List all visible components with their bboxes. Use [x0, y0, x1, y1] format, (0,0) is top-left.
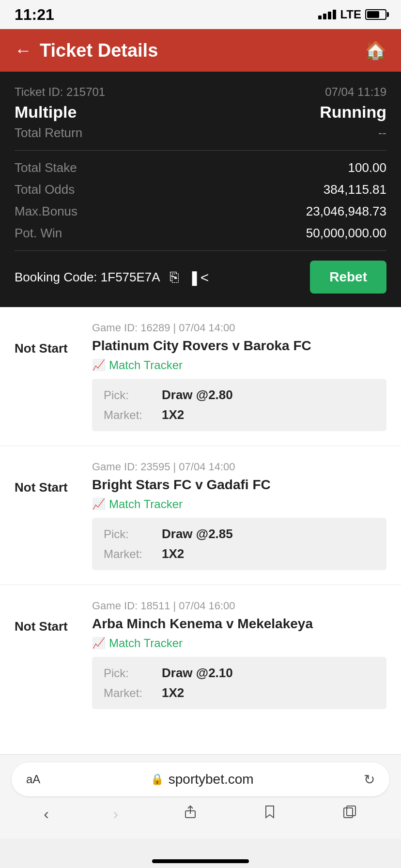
market-value-3: 1X2 [162, 685, 184, 700]
tracker-icon-1: 📈 [92, 359, 105, 372]
match-status-col: Not Start [15, 461, 92, 570]
copy-icon[interactable]: ⎘ [170, 269, 179, 285]
pick-row-2: Pick: Draw @2.85 [104, 527, 375, 542]
tracker-label-2: Match Tracker [109, 497, 183, 511]
url-text[interactable]: sportybet.com [169, 772, 254, 787]
font-size-control[interactable]: aA [26, 773, 40, 786]
match-tracker-link-2[interactable]: 📈 Match Tracker [92, 497, 386, 511]
home-indicator [152, 859, 249, 863]
pick-label-3: Pick: [104, 666, 162, 680]
ticket-id: Ticket ID: 215701 [15, 85, 105, 99]
back-button[interactable]: ← [15, 40, 32, 61]
max-bonus-row: Max.Bonus 23,046,948.73 [15, 204, 386, 219]
match-status-col: Not Start [15, 600, 92, 709]
match-teams-2: Bright Stars FC v Gadafi FC [92, 477, 386, 493]
signal-bars-icon [318, 10, 336, 19]
total-stake-label: Total Stake [15, 160, 77, 175]
market-row-2: Market: 1X2 [104, 546, 375, 561]
max-bonus-value: 23,046,948.73 [306, 204, 386, 219]
match-tracker-link-1[interactable]: 📈 Match Tracker [92, 358, 386, 372]
status-bar: 11:21 LTE [0, 0, 401, 29]
pick-box-1: Pick: Draw @2.80 Market: 1X2 [92, 379, 386, 431]
bookmarks-nav-icon[interactable] [262, 804, 278, 823]
ticket-date: 07/04 11:19 [325, 85, 386, 99]
pick-row-1: Pick: Draw @2.80 [104, 388, 375, 403]
match-game-id-3: Game ID: 18511 | 07/04 16:00 [92, 600, 386, 612]
pick-value-2: Draw @2.85 [162, 527, 233, 542]
pick-label-1: Pick: [104, 388, 162, 402]
market-value-2: 1X2 [162, 546, 184, 561]
ticket-type-row: Multiple Running [15, 103, 386, 122]
match-status-1: Not Start [15, 341, 68, 356]
pot-win-value: 50,000,000.00 [306, 226, 386, 241]
rebet-button[interactable]: Rebet [310, 261, 386, 294]
header-left: ← Ticket Details [15, 40, 158, 61]
url-bar: aA 🔒 sportybet.com ↻ [12, 762, 389, 796]
market-value-1: 1X2 [162, 407, 184, 422]
ticket-id-row: Ticket ID: 215701 07/04 11:19 [15, 85, 386, 99]
market-label-1: Market: [104, 408, 162, 422]
market-label-2: Market: [104, 547, 162, 561]
total-return-row: Total Return -- [15, 125, 386, 140]
match-status-col: Not Start [15, 322, 92, 431]
pick-box-3: Pick: Draw @2.10 Market: 1X2 [92, 657, 386, 709]
match-info-col-2: Game ID: 23595 | 07/04 14:00 Bright Star… [92, 461, 386, 570]
total-stake-row: Total Stake 100.00 [15, 160, 386, 175]
pick-label-2: Pick: [104, 527, 162, 541]
divider-2 [15, 250, 386, 251]
match-teams-text-1: Platinum City Rovers v Baroka FC [92, 338, 311, 353]
share-icon[interactable]: ❚< [188, 269, 209, 286]
pick-box-2: Pick: Draw @2.85 Market: 1X2 [92, 518, 386, 570]
total-return-label: Total Return [15, 125, 82, 140]
matches-container: Not Start Game ID: 16289 | 07/04 14:00 P… [0, 307, 401, 806]
match-teams-text-2: Bright Stars FC v Gadafi FC [92, 477, 271, 492]
browser-bar: aA 🔒 sportybet.com ↻ ‹ › [0, 754, 401, 839]
ticket-type: Multiple [15, 103, 77, 122]
market-row-3: Market: 1X2 [104, 685, 375, 700]
divider-1 [15, 150, 386, 151]
total-odds-row: Total Odds 384,115.81 [15, 182, 386, 197]
status-icons: LTE [318, 8, 386, 21]
booking-code: Booking Code: 1F575E7A [15, 270, 160, 285]
status-time: 11:21 [15, 6, 54, 24]
tracker-label-1: Match Tracker [109, 358, 183, 372]
booking-row: Booking Code: 1F575E7A ⎘ ❚< Rebet [15, 261, 386, 294]
header: ← Ticket Details 🏠 [0, 29, 401, 72]
home-icon[interactable]: 🏠 [365, 40, 386, 61]
market-row-1: Market: 1X2 [104, 407, 375, 422]
pick-value-1: Draw @2.80 [162, 388, 233, 403]
forward-nav-icon[interactable]: › [113, 805, 118, 823]
match-item: Not Start Game ID: 16289 | 07/04 14:00 P… [0, 307, 401, 446]
match-game-id-2: Game ID: 23595 | 07/04 14:00 [92, 461, 386, 473]
market-label-3: Market: [104, 686, 162, 700]
total-odds-label: Total Odds [15, 182, 75, 197]
ticket-status: Running [320, 103, 386, 122]
lte-label: LTE [340, 8, 361, 21]
battery-icon [365, 9, 386, 20]
match-teams-text-3: Arba Minch Kenema v Mekelakeya [92, 616, 313, 631]
match-tracker-link-3[interactable]: 📈 Match Tracker [92, 636, 386, 650]
match-status-3: Not Start [15, 619, 68, 634]
back-nav-icon[interactable]: ‹ [44, 805, 49, 823]
match-info-col-1: Game ID: 16289 | 07/04 14:00 Platinum Ci… [92, 322, 386, 431]
lock-icon: 🔒 [151, 773, 164, 786]
match-info-col-3: Game ID: 18511 | 07/04 16:00 Arba Minch … [92, 600, 386, 709]
tracker-label-3: Match Tracker [109, 636, 183, 650]
match-teams-1: Platinum City Rovers v Baroka FC [92, 338, 386, 354]
match-item: Not Start Game ID: 23595 | 07/04 14:00 B… [0, 446, 401, 585]
share-nav-icon[interactable] [183, 804, 198, 823]
page-title: Ticket Details [40, 40, 158, 61]
pick-row-3: Pick: Draw @2.10 [104, 666, 375, 681]
match-game-id-1: Game ID: 16289 | 07/04 14:00 [92, 322, 386, 334]
refresh-icon[interactable]: ↻ [364, 772, 375, 788]
total-return-value: -- [378, 125, 386, 140]
total-stake-value: 100.00 [348, 160, 386, 175]
ticket-section: Ticket ID: 215701 07/04 11:19 Multiple R… [0, 72, 401, 307]
max-bonus-label: Max.Bonus [15, 204, 77, 219]
pick-value-3: Draw @2.10 [162, 666, 233, 681]
tracker-icon-3: 📈 [92, 637, 105, 650]
booking-left: Booking Code: 1F575E7A ⎘ ❚< [15, 269, 209, 286]
url-bar-left: aA [26, 773, 40, 786]
total-odds-value: 384,115.81 [324, 182, 386, 197]
tabs-nav-icon[interactable] [342, 804, 357, 823]
